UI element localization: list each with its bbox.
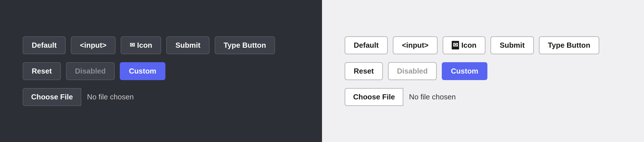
light-custom-label: Custom xyxy=(451,67,478,76)
dark-choose-file-label: Choose File xyxy=(31,93,73,101)
light-no-file-text: No file chosen xyxy=(403,93,461,101)
light-file-input-wrapper: Choose File No file chosen xyxy=(345,88,461,106)
dark-submit-label: Submit xyxy=(175,41,200,50)
light-reset-label: Reset xyxy=(354,67,374,76)
light-type-button-label: Type Button xyxy=(548,41,590,50)
dark-file-input-wrapper: Choose File No file chosen xyxy=(23,88,139,106)
light-reset-button[interactable]: Reset xyxy=(345,62,383,80)
dark-icon-label: Icon xyxy=(137,41,152,50)
dark-default-button[interactable]: Default xyxy=(23,36,66,54)
dark-input-label: <input> xyxy=(80,41,106,50)
light-disabled-button: Disabled xyxy=(388,62,437,80)
light-submit-button[interactable]: Submit xyxy=(491,36,534,54)
dark-no-file-text: No file chosen xyxy=(81,93,139,101)
dark-custom-label: Custom xyxy=(129,67,156,76)
dark-row-1: Default <input> ✉ Icon Submit Type Butto… xyxy=(23,36,275,54)
light-input-button[interactable]: <input> xyxy=(393,36,438,54)
dark-icon-button[interactable]: ✉ Icon xyxy=(121,36,161,54)
light-row-1: Default <input> ✉ Icon Submit Type Butto… xyxy=(345,36,599,54)
light-default-label: Default xyxy=(354,41,379,50)
dark-disabled-button: Disabled xyxy=(66,62,115,80)
light-type-button[interactable]: Type Button xyxy=(539,36,600,54)
dark-reset-label: Reset xyxy=(32,67,52,76)
dark-row-2: Reset Disabled Custom xyxy=(23,62,165,80)
dark-custom-button[interactable]: Custom xyxy=(120,62,165,80)
dark-choose-file-button[interactable]: Choose File xyxy=(23,88,81,106)
envelope-icon-light: ✉ xyxy=(452,41,459,49)
light-custom-button[interactable]: Custom xyxy=(442,62,487,80)
light-choose-file-button[interactable]: Choose File xyxy=(345,88,403,106)
dark-type-button[interactable]: Type Button xyxy=(215,36,275,54)
dark-submit-button[interactable]: Submit xyxy=(166,36,209,54)
light-choose-file-label: Choose File xyxy=(353,93,395,101)
light-icon-label: Icon xyxy=(461,41,476,50)
light-input-label: <input> xyxy=(402,41,428,50)
dark-default-label: Default xyxy=(32,41,57,50)
light-icon-button[interactable]: ✉ Icon xyxy=(443,36,485,54)
light-panel: Default <input> ✉ Icon Submit Type Butto… xyxy=(322,0,644,142)
dark-reset-button[interactable]: Reset xyxy=(23,62,61,80)
dark-type-button-label: Type Button xyxy=(224,41,266,50)
light-row-2: Reset Disabled Custom xyxy=(345,62,487,80)
light-disabled-label: Disabled xyxy=(397,67,428,76)
dark-disabled-label: Disabled xyxy=(75,67,106,76)
dark-panel: Default <input> ✉ Icon Submit Type Butto… xyxy=(0,0,322,142)
envelope-icon-dark: ✉ xyxy=(130,41,135,49)
light-submit-label: Submit xyxy=(500,41,524,50)
dark-input-button[interactable]: <input> xyxy=(71,36,116,54)
light-default-button[interactable]: Default xyxy=(345,36,388,54)
